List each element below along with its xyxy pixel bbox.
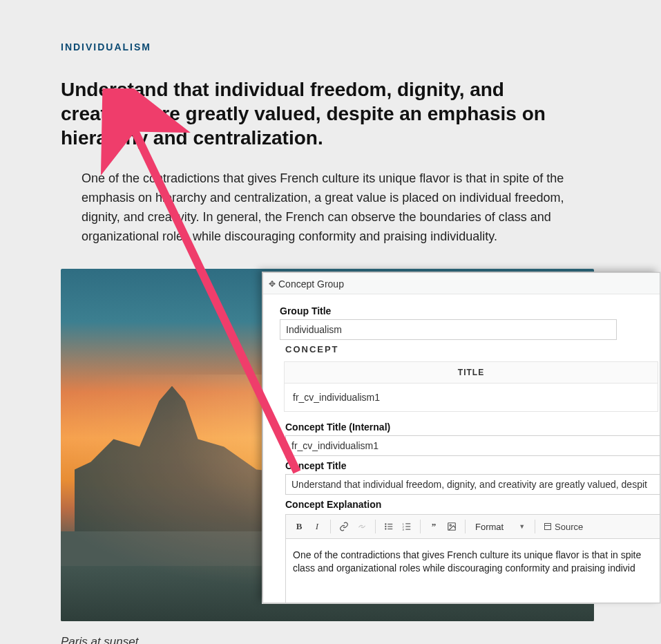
svg-point-1 — [385, 523, 386, 524]
svg-text:3: 3 — [403, 528, 405, 531]
svg-rect-4 — [387, 526, 392, 527]
svg-point-3 — [385, 526, 386, 527]
concept-explanation-editor[interactable]: One of the contradictions that gives Fre… — [285, 539, 660, 603]
svg-rect-12 — [405, 529, 410, 530]
title-cell[interactable]: fr_cv_individualism1 — [285, 383, 658, 412]
unlink-button[interactable] — [354, 519, 370, 534]
italic-button[interactable]: I — [309, 519, 325, 534]
image-button[interactable] — [444, 519, 459, 534]
group-title-input[interactable] — [280, 319, 617, 340]
bold-button[interactable]: B — [291, 519, 307, 534]
format-dropdown[interactable]: Format ▼ — [471, 522, 529, 532]
concept-table: TITLE fr_cv_individualism1 — [284, 361, 658, 412]
svg-point-5 — [385, 528, 386, 529]
concept-heading: CONCEPT — [285, 344, 660, 354]
concept-title-label: Concept Title — [285, 460, 660, 471]
concept-title-input[interactable] — [285, 474, 660, 495]
bullet-list-button[interactable] — [381, 519, 396, 534]
toolbar-separator — [420, 520, 421, 533]
concept-title-internal-label: Concept Title (Internal) — [285, 422, 660, 433]
svg-rect-6 — [387, 529, 392, 529]
format-label: Format — [475, 522, 504, 532]
svg-rect-8 — [405, 523, 410, 524]
image-caption: Paris at sunset — [61, 635, 594, 644]
group-title-label: Group Title — [280, 305, 660, 316]
concept-editor-panel: ✥ Concept Group Group Title CONCEPT TITL… — [262, 272, 660, 603]
panel-header-label: Concept Group — [278, 278, 344, 290]
article-title: Understand that individual freedom, dign… — [61, 77, 593, 150]
toolbar-separator — [535, 520, 535, 533]
svg-rect-2 — [387, 524, 392, 524]
svg-point-14 — [450, 524, 451, 526]
chevron-down-icon: ▼ — [519, 523, 525, 530]
svg-rect-10 — [405, 526, 410, 527]
toolbar-separator — [375, 520, 376, 533]
toolbar-separator — [330, 520, 331, 533]
number-list-button[interactable]: 123 — [399, 519, 414, 534]
move-icon: ✥ — [269, 279, 276, 289]
panel-header[interactable]: ✥ Concept Group — [263, 273, 660, 294]
article-body: One of the contradictions that gives Fre… — [82, 169, 579, 247]
svg-rect-15 — [545, 524, 551, 530]
concept-explanation-label: Concept Explanation — [285, 499, 660, 510]
eyebrow: INDIVIDUALISM — [61, 41, 594, 53]
concept-title-internal-input[interactable] — [285, 435, 660, 456]
title-column-header: TITLE — [285, 362, 658, 383]
source-label: Source — [555, 522, 583, 532]
blockquote-button[interactable]: ” — [426, 519, 441, 534]
toolbar-separator — [465, 520, 466, 533]
link-button[interactable] — [336, 519, 352, 534]
source-button[interactable]: Source — [541, 519, 586, 534]
rich-text-toolbar: B I 123 ” — [285, 514, 660, 539]
